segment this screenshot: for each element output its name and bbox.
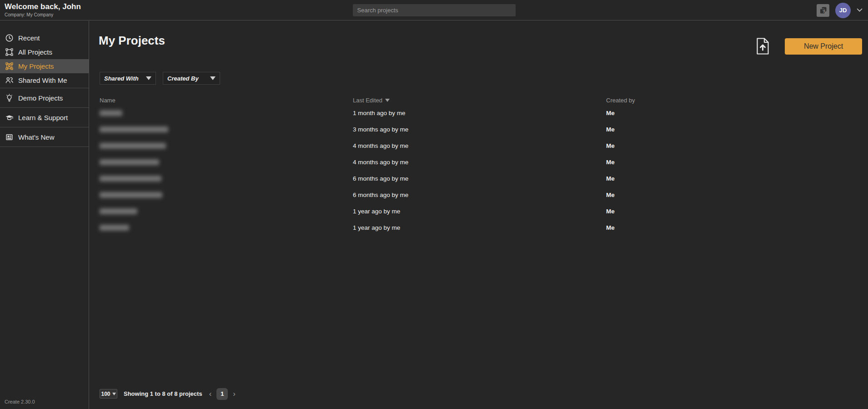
table-row[interactable]: 4 months ago by me Me <box>90 154 868 170</box>
last-edited-cell: 4 months ago by me <box>353 159 606 166</box>
redacted-project-name <box>100 110 122 116</box>
last-edited-cell: 1 year ago by me <box>353 208 606 215</box>
topbar-right: ? JD <box>817 0 863 20</box>
new-project-button[interactable]: New Project <box>785 38 862 55</box>
graduation-cap-icon <box>5 113 14 122</box>
redacted-project-name <box>100 208 137 214</box>
sidebar-nav: Recent All Projects My Projects Shared W… <box>0 21 89 147</box>
table-row[interactable]: 3 months ago by me Me <box>90 121 868 137</box>
sidebar-item-demo-projects[interactable]: Demo Projects <box>0 89 89 107</box>
table-row[interactable]: 1 year ago by me Me <box>90 219 868 236</box>
svg-text:?: ? <box>822 9 825 14</box>
table-row[interactable]: 4 months ago by me Me <box>90 137 868 154</box>
lightbulb-icon <box>5 93 14 102</box>
project-name-cell <box>100 208 353 214</box>
last-edited-cell: 1 month ago by me <box>353 110 606 116</box>
filters-row: Shared With Created By <box>100 72 220 85</box>
sidebar-item-shared-with-me[interactable]: Shared With Me <box>0 73 89 87</box>
previous-page-button[interactable]: ‹ <box>209 390 212 398</box>
sidebar-item-label: All Projects <box>18 48 52 56</box>
welcome-text: Welcome back, John <box>5 2 81 11</box>
created-by-cell: Me <box>606 110 868 116</box>
sidebar-item-whats-new[interactable]: What's New <box>0 128 89 146</box>
sidebar-item-label: What's New <box>18 133 55 141</box>
redacted-project-name <box>100 176 161 182</box>
sidebar-divider <box>0 107 89 108</box>
results-summary: Showing 1 to 8 of 8 projects <box>124 390 202 397</box>
pagination-bar: 100 Showing 1 to 8 of 8 projects ‹ 1 › <box>100 388 236 400</box>
sidebar-divider <box>0 127 89 127</box>
project-name-cell <box>100 192 353 198</box>
sidebar-item-label: Recent <box>18 34 40 42</box>
chevron-down-icon[interactable] <box>857 8 863 12</box>
sidebar-item-all-projects[interactable]: All Projects <box>0 45 89 59</box>
column-header-last-edited[interactable]: Last Edited <box>353 97 606 104</box>
page-title: My Projects <box>99 34 165 48</box>
sidebar-item-my-projects[interactable]: My Projects <box>0 59 89 73</box>
created-by-filter[interactable]: Created By <box>163 72 220 85</box>
sidebar-divider <box>0 88 89 88</box>
app-version-label: Create 2.30.0 <box>5 399 35 404</box>
top-bar: Welcome back, John Company: My Company ?… <box>0 0 868 20</box>
last-edited-cell: 3 months ago by me <box>353 126 606 133</box>
app-window: Welcome back, John Company: My Company ?… <box>0 0 868 409</box>
project-name-cell <box>100 110 353 116</box>
company-text: Company: My Company <box>5 12 81 17</box>
main-content: My Projects New Project Shared With Crea… <box>90 21 868 409</box>
created-by-cell: Me <box>606 175 868 182</box>
sidebar-item-learn-support[interactable]: Learn & Support <box>0 108 89 126</box>
table-row[interactable]: 1 month ago by me Me <box>90 105 868 121</box>
redacted-project-name <box>100 126 168 132</box>
sidebar-item-label: My Projects <box>18 62 54 70</box>
redacted-project-name <box>100 192 162 198</box>
welcome-block: Welcome back, John Company: My Company <box>5 2 81 17</box>
sidebar-item-label: Learn & Support <box>18 114 68 121</box>
file-upload-icon[interactable] <box>756 37 770 57</box>
last-edited-cell: 6 months ago by me <box>353 175 606 182</box>
last-edited-cell: 1 year ago by me <box>353 224 606 231</box>
created-by-cell: Me <box>606 208 868 215</box>
column-header-name[interactable]: Name <box>100 97 353 104</box>
table-header-row: Name Last Edited Created by <box>90 96 868 105</box>
sort-desc-icon <box>385 99 390 102</box>
avatar[interactable]: JD <box>835 3 851 18</box>
projects-table: Name Last Edited Created by 1 month ago … <box>90 96 868 236</box>
sidebar-item-label: Shared With Me <box>18 76 67 84</box>
redacted-project-name <box>100 143 166 149</box>
frame-icon <box>5 48 14 57</box>
search-input[interactable] <box>353 4 516 16</box>
dropdown-arrow-icon <box>210 76 216 80</box>
frame-user-icon <box>5 62 14 71</box>
page-size-value: 100 <box>101 391 110 397</box>
created-by-cell: Me <box>606 142 868 149</box>
column-header-created-by[interactable]: Created by <box>606 97 868 104</box>
table-row[interactable]: 6 months ago by me Me <box>90 170 868 187</box>
help-button[interactable]: ? <box>817 4 829 17</box>
help-chat-icon: ? <box>818 5 828 15</box>
sidebar-divider <box>0 146 89 147</box>
created-by-cell: Me <box>606 159 868 166</box>
project-name-cell <box>100 176 353 182</box>
filter-label: Created By <box>167 75 199 82</box>
last-edited-cell: 4 months ago by me <box>353 142 606 149</box>
dropdown-arrow-icon <box>146 76 151 80</box>
next-page-button[interactable]: › <box>233 390 236 398</box>
table-row[interactable]: 1 year ago by me Me <box>90 203 868 219</box>
current-page-button[interactable]: 1 <box>216 388 228 400</box>
created-by-cell: Me <box>606 126 868 133</box>
last-edited-cell: 6 months ago by me <box>353 192 606 198</box>
dropdown-arrow-icon <box>112 393 116 395</box>
project-name-cell <box>100 225 353 231</box>
redacted-project-name <box>100 159 159 165</box>
created-by-cell: Me <box>606 224 868 231</box>
page-size-dropdown[interactable]: 100 <box>100 389 117 399</box>
sidebar-item-recent[interactable]: Recent <box>0 31 89 45</box>
redacted-project-name <box>100 225 129 231</box>
people-icon <box>5 76 14 85</box>
filter-label: Shared With <box>104 75 139 82</box>
table-row[interactable]: 6 months ago by me Me <box>90 187 868 203</box>
project-name-cell <box>100 159 353 165</box>
shared-with-filter[interactable]: Shared With <box>100 72 156 85</box>
clock-icon <box>5 34 14 43</box>
sidebar: Recent All Projects My Projects Shared W… <box>0 21 89 409</box>
